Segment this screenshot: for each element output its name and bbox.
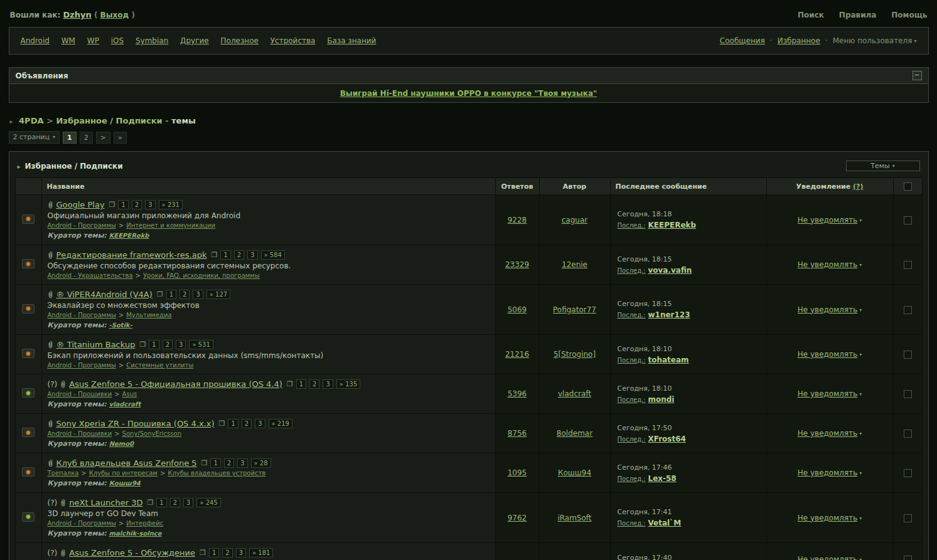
topic-page-button[interactable]: » 127 xyxy=(206,290,230,299)
topic-page-button[interactable]: 2 xyxy=(163,340,173,349)
nav-useful[interactable]: Полезное xyxy=(221,36,259,45)
announcement-link[interactable]: Выиграй Hi-End наушники OPPO в конкурсе … xyxy=(340,89,597,98)
topic-page-button[interactable]: 3 xyxy=(183,498,193,507)
nav-symbian[interactable]: Symbian xyxy=(136,36,168,45)
topic-select-checkbox[interactable] xyxy=(904,556,912,560)
topic-path-link[interactable]: Android - Программы xyxy=(48,362,116,369)
topic-page-button[interactable]: 2 xyxy=(132,200,142,209)
last-post-label-link[interactable]: Послед.: xyxy=(618,436,646,443)
topic-path-link[interactable]: Трепалка xyxy=(48,470,79,477)
nav-other[interactable]: Другие xyxy=(180,36,209,45)
topic-page-button[interactable]: 1 xyxy=(220,250,230,260)
topic-path-link[interactable]: Android - Украшательства xyxy=(48,272,133,279)
last-post-label-link[interactable]: Послед.: xyxy=(618,222,646,229)
topic-page-button[interactable]: 1 xyxy=(118,200,128,209)
topic-title-link[interactable]: neXt Launcher 3D xyxy=(69,498,142,507)
topic-page-button[interactable]: 2 xyxy=(222,548,232,557)
nav-ios[interactable]: iOS xyxy=(111,36,124,45)
notify-dropdown[interactable]: Не уведомлять xyxy=(798,389,857,398)
page-button-2[interactable]: 2 xyxy=(80,132,93,144)
topic-page-button[interactable]: 1 xyxy=(210,458,220,468)
topic-page-button[interactable]: 3 xyxy=(323,379,333,389)
topic-path-link[interactable]: Уроки, FAQ, исходники, программы xyxy=(143,272,260,279)
topic-author-link[interactable]: 8oldemar xyxy=(557,429,592,438)
topic-page-button[interactable]: 1 xyxy=(209,548,219,557)
topic-path-link[interactable]: Системные утилиты xyxy=(126,362,193,369)
select-all-checkbox[interactable] xyxy=(904,182,912,191)
topic-page-button[interactable]: 2 xyxy=(224,458,234,468)
topic-path-link[interactable]: Android - Прошивки xyxy=(48,391,112,398)
topic-path-link[interactable]: Android - Прошивки xyxy=(48,430,112,437)
topic-page-button[interactable]: 1 xyxy=(296,379,306,389)
curator-link[interactable]: vladcraft xyxy=(109,401,141,408)
topic-title-link[interactable]: Asus Zenfone 5 - Официальная прошивка (O… xyxy=(69,379,282,389)
topic-path-link[interactable]: Интернет и коммуникации xyxy=(126,222,215,229)
topic-page-button[interactable]: 3 xyxy=(247,250,257,260)
notify-dropdown[interactable]: Не уведомлять xyxy=(798,260,857,269)
curator-link[interactable]: -Sotik- xyxy=(109,322,132,329)
notify-dropdown[interactable]: Не уведомлять xyxy=(798,555,857,560)
topic-replies-link[interactable]: 21216 xyxy=(505,350,529,359)
topic-page-button[interactable]: » 584 xyxy=(261,250,285,260)
topic-page-button[interactable]: 2 xyxy=(179,290,190,299)
topic-path-link[interactable]: Клубы по интересам xyxy=(89,470,158,477)
curator-link[interactable]: Nemo0 xyxy=(109,440,134,447)
topic-replies-link[interactable]: 9762 xyxy=(508,514,527,522)
topic-path-link[interactable]: Интерфейс xyxy=(126,520,163,527)
curator-link[interactable]: Кошш94 xyxy=(109,480,141,487)
topic-select-checkbox[interactable] xyxy=(904,306,912,314)
topic-select-checkbox[interactable] xyxy=(904,390,912,398)
topic-path-link[interactable]: Android - Программы xyxy=(48,222,116,229)
logout-link[interactable]: Выход xyxy=(100,11,129,19)
topic-path-link[interactable]: Клубы владельцев устройств xyxy=(168,470,265,477)
topics-filter-dropdown[interactable]: Темы▾ xyxy=(846,161,920,171)
notify-dropdown[interactable]: Не уведомлять xyxy=(798,429,857,438)
notify-dropdown[interactable]: Не уведомлять xyxy=(798,350,857,359)
nav-wp[interactable]: WP xyxy=(87,36,99,45)
last-post-label-link[interactable]: Послед.: xyxy=(618,475,646,482)
topic-page-button[interactable]: 3 xyxy=(236,548,246,557)
last-post-label-link[interactable]: Послед.: xyxy=(618,312,646,319)
topic-author-link[interactable]: iRamSoft xyxy=(557,514,591,522)
topic-replies-link[interactable]: 9228 xyxy=(508,216,527,225)
topic-author-link[interactable]: 5[Strogino] xyxy=(554,350,596,359)
topic-replies-link[interactable]: 5069 xyxy=(508,305,527,314)
topic-page-button[interactable]: » 245 xyxy=(196,498,220,507)
last-post-user-link[interactable]: Vetal`M xyxy=(648,519,681,527)
topic-replies-link[interactable]: 1095 xyxy=(508,468,527,477)
topic-select-checkbox[interactable] xyxy=(904,430,912,438)
topic-page-button[interactable]: 1 xyxy=(149,340,159,349)
curator-link[interactable]: malchik-solnce xyxy=(109,530,162,537)
breadcrumb-section-link[interactable]: Избранное / Подписки xyxy=(56,116,162,125)
topic-path-link[interactable]: Android - Программы xyxy=(48,520,116,527)
topic-author-link[interactable]: Pofigator77 xyxy=(553,305,596,314)
topic-author-link[interactable]: vladcraft xyxy=(558,389,591,398)
notify-help-link[interactable]: (?) xyxy=(853,182,863,191)
topic-path-link[interactable]: Мультимедиа xyxy=(126,312,171,319)
last-post-user-link[interactable]: tohateam xyxy=(648,356,688,364)
topic-page-button[interactable]: 2 xyxy=(234,250,244,260)
topic-page-button[interactable]: » 28 xyxy=(251,458,271,468)
topic-select-checkbox[interactable] xyxy=(904,514,912,522)
topic-title-link[interactable]: Клуб владельцев Asus Zenfone 5 xyxy=(56,458,197,468)
rules-link[interactable]: Правила xyxy=(839,11,877,19)
notify-dropdown[interactable]: Не уведомлять xyxy=(798,216,857,225)
search-link[interactable]: Поиск xyxy=(798,11,824,19)
last-post-user-link[interactable]: w1ner123 xyxy=(648,310,690,319)
topic-page-button[interactable]: » 219 xyxy=(269,419,292,428)
topic-page-button[interactable]: 1 xyxy=(166,290,176,299)
topic-select-checkbox[interactable] xyxy=(904,469,912,477)
topic-page-button[interactable]: » 181 xyxy=(249,548,273,557)
topic-page-button[interactable]: » 531 xyxy=(189,340,213,349)
topic-title-link[interactable]: Sony Xperia ZR - Прошивка (OS 4.x.x) xyxy=(56,419,215,428)
nav-devices[interactable]: Устройства xyxy=(270,36,316,45)
notify-dropdown[interactable]: Не уведомлять xyxy=(798,305,857,314)
topic-title-link[interactable]: ® ViPER4Android (V4A) xyxy=(56,290,153,299)
breadcrumb-site-link[interactable]: 4PDA xyxy=(19,116,43,125)
topic-path-link[interactable]: Sony/SonyEricsson xyxy=(122,430,181,437)
last-post-user-link[interactable]: Lex-58 xyxy=(648,474,676,483)
topic-page-button[interactable]: » 135 xyxy=(336,379,360,389)
topic-page-button[interactable]: 3 xyxy=(145,200,155,209)
topic-page-button[interactable]: 2 xyxy=(242,419,252,428)
topic-title-link[interactable]: Google Play xyxy=(56,200,105,209)
